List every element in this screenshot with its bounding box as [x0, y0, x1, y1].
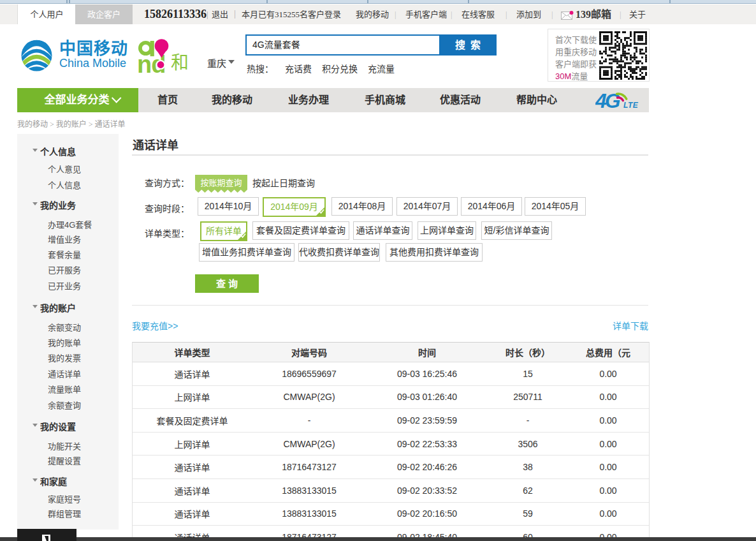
svg-text:和: 和 [171, 53, 189, 73]
svg-text:LTE: LTE [623, 101, 639, 110]
